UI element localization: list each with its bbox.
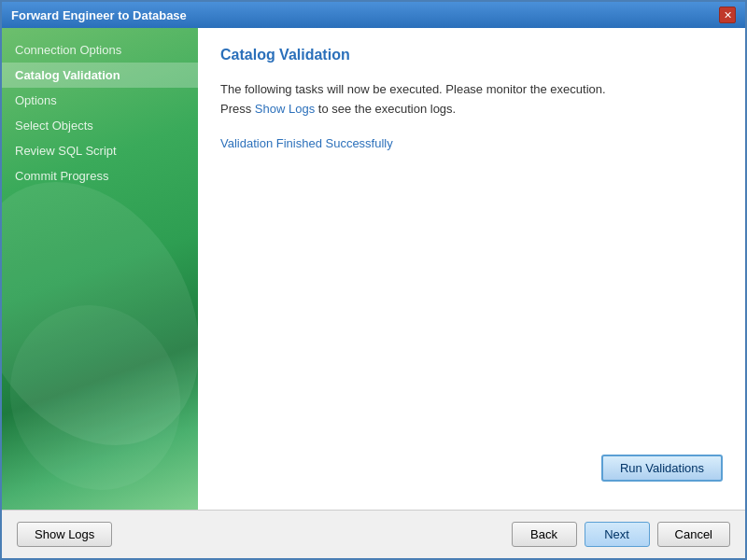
description-text: The following tasks will now be executed… [220, 80, 723, 119]
next-button[interactable]: Next [585, 522, 650, 547]
sidebar-item-commit-progress[interactable]: Commit Progress [2, 163, 198, 189]
back-button[interactable]: Back [512, 522, 577, 547]
close-button[interactable]: ✕ [719, 7, 736, 23]
main-panel: Catalog Validation The following tasks w… [198, 28, 745, 510]
sidebar-item-review-sql-script[interactable]: Review SQL Script [2, 138, 198, 163]
cancel-button[interactable]: Cancel [657, 522, 730, 547]
run-validations-row: Run Validations [220, 455, 723, 482]
show-logs-button[interactable]: Show Logs [17, 522, 112, 547]
main-window: Forward Engineer to Database ✕ Connectio… [0, 0, 747, 560]
sidebar-item-options[interactable]: Options [2, 88, 198, 113]
sidebar-item-connection-options[interactable]: Connection Options [2, 37, 198, 63]
bottom-right-buttons: Back Next Cancel [512, 522, 730, 547]
title-bar: Forward Engineer to Database ✕ [2, 2, 745, 28]
bottom-left-buttons: Show Logs [17, 522, 112, 547]
validation-result: Validation Finished Successfully [220, 136, 723, 150]
bottom-bar: Show Logs Back Next Cancel [2, 510, 745, 558]
sidebar: Connection Options Catalog Validation Op… [2, 28, 198, 510]
sidebar-item-catalog-validation[interactable]: Catalog Validation [2, 63, 198, 88]
content-area: Connection Options Catalog Validation Op… [2, 28, 745, 510]
run-validations-button[interactable]: Run Validations [601, 455, 723, 482]
show-logs-link[interactable]: Show Logs [255, 102, 315, 116]
page-title: Catalog Validation [220, 47, 723, 63]
sidebar-item-select-objects[interactable]: Select Objects [2, 113, 198, 138]
window-title: Forward Engineer to Database [11, 8, 187, 22]
